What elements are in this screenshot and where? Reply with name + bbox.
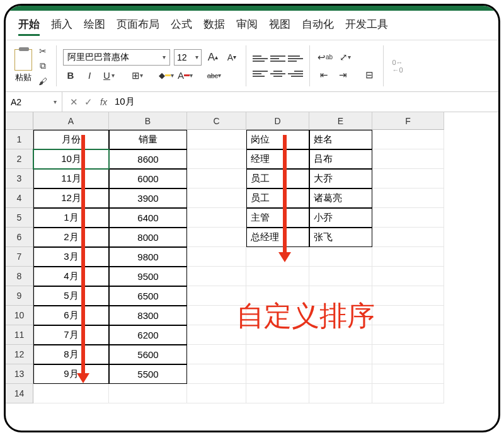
cell-C6[interactable]	[187, 228, 246, 247]
align-top-button[interactable]	[253, 52, 268, 65]
align-middle-button[interactable]	[270, 52, 285, 65]
cell-B6[interactable]: 8000	[109, 228, 187, 247]
cell-D12[interactable]	[246, 345, 309, 364]
cell-A12[interactable]: 8月	[33, 345, 109, 364]
cell-F13[interactable]	[372, 364, 444, 384]
select-all-corner[interactable]	[6, 112, 33, 130]
confirm-formula-button[interactable]: ✓	[84, 96, 93, 108]
row-header-14[interactable]: 14	[6, 384, 33, 403]
row-header-2[interactable]: 2	[6, 149, 33, 169]
cell-E12[interactable]	[309, 345, 372, 364]
cell-A5[interactable]: 1月	[33, 208, 109, 228]
cancel-formula-button[interactable]: ✕	[70, 96, 78, 108]
cell-C3[interactable]	[187, 169, 246, 188]
increase-indent-button[interactable]: ⇥	[335, 67, 350, 83]
italic-button[interactable]: I	[82, 68, 97, 83]
name-box[interactable]: A2 ▾	[6, 92, 62, 112]
column-header-E[interactable]: E	[309, 112, 372, 130]
cell-B4[interactable]: 3900	[109, 188, 187, 208]
cell-F2[interactable]	[372, 149, 444, 169]
fill-color-button[interactable]: ◆ ▾	[159, 68, 174, 83]
merge-button[interactable]: ⊟	[362, 67, 377, 83]
cell-D7[interactable]	[246, 247, 309, 267]
cell-D5[interactable]: 主管	[246, 208, 309, 228]
cell-A10[interactable]: 6月	[33, 306, 109, 325]
cell-D4[interactable]: 员工	[246, 188, 309, 208]
cell-C1[interactable]	[187, 130, 246, 149]
cell-E13[interactable]	[309, 364, 372, 384]
cell-F4[interactable]	[372, 188, 444, 208]
cell-C12[interactable]	[187, 345, 246, 364]
wrap-text-button[interactable]: ↩ab	[316, 50, 334, 65]
cell-C4[interactable]	[187, 188, 246, 208]
cell-F14[interactable]	[372, 384, 444, 403]
cell-A3[interactable]: 11月	[33, 169, 109, 188]
row-header-10[interactable]: 10	[6, 306, 33, 325]
cell-B14[interactable]	[109, 384, 187, 403]
cell-D1[interactable]: 岗位	[246, 130, 309, 149]
cell-D14[interactable]	[246, 384, 309, 403]
cell-B10[interactable]: 8300	[109, 306, 187, 325]
cell-E2[interactable]: 吕布	[309, 149, 372, 169]
menu-tab-0[interactable]: 开始	[18, 17, 40, 36]
cell-B2[interactable]: 8600	[109, 149, 187, 169]
row-header-9[interactable]: 9	[6, 286, 33, 306]
increase-font-button[interactable]: A▴	[205, 50, 220, 65]
menu-tab-7[interactable]: 视图	[269, 17, 290, 36]
cell-B5[interactable]: 6400	[109, 208, 187, 228]
cell-C8[interactable]	[187, 267, 246, 286]
row-header-4[interactable]: 4	[6, 188, 33, 208]
cell-A6[interactable]: 2月	[33, 228, 109, 247]
cell-B13[interactable]: 5500	[109, 364, 187, 384]
cell-F5[interactable]	[372, 208, 444, 228]
underline-button[interactable]: U▾	[101, 68, 116, 83]
cell-D2[interactable]: 经理	[246, 149, 309, 169]
row-header-6[interactable]: 6	[6, 228, 33, 247]
cell-C2[interactable]	[187, 149, 246, 169]
column-header-B[interactable]: B	[109, 112, 187, 130]
cut-button[interactable]: ✂	[36, 45, 50, 57]
cell-A13[interactable]: 9月	[33, 364, 109, 384]
cell-A8[interactable]: 4月	[33, 267, 109, 286]
cell-A9[interactable]: 5月	[33, 286, 109, 306]
row-header-8[interactable]: 8	[6, 267, 33, 286]
column-header-F[interactable]: F	[372, 112, 444, 130]
cell-B11[interactable]: 6200	[109, 325, 187, 345]
align-right-button[interactable]	[288, 67, 303, 80]
column-header-D[interactable]: D	[246, 112, 309, 130]
cell-A7[interactable]: 3月	[33, 247, 109, 267]
decrease-font-button[interactable]: A▾	[224, 50, 239, 65]
paste-button[interactable]: 粘贴	[14, 49, 32, 83]
menu-tab-9[interactable]: 开发工具	[345, 17, 388, 36]
cell-B3[interactable]: 6000	[109, 169, 187, 188]
decrease-indent-button[interactable]: ⇤	[316, 67, 331, 83]
cell-F3[interactable]	[372, 169, 444, 188]
format-painter-button[interactable]: 🖌	[36, 76, 50, 87]
menu-tab-2[interactable]: 绘图	[84, 17, 105, 36]
cell-A11[interactable]: 7月	[33, 325, 109, 345]
cell-A4[interactable]: 12月	[33, 188, 109, 208]
cell-F11[interactable]	[372, 325, 444, 345]
menu-tab-5[interactable]: 数据	[203, 17, 225, 36]
cell-E1[interactable]: 姓名	[309, 130, 372, 149]
more-button[interactable]: 0↔←0	[390, 59, 405, 74]
menu-tab-3[interactable]: 页面布局	[117, 17, 159, 36]
cell-E8[interactable]	[309, 267, 372, 286]
bold-button[interactable]: B	[63, 68, 78, 83]
row-header-12[interactable]: 12	[6, 345, 33, 364]
cell-F8[interactable]	[372, 267, 444, 286]
cell-E4[interactable]: 诸葛亮	[309, 188, 372, 208]
font-color-button[interactable]: A ▾	[178, 68, 193, 83]
row-header-11[interactable]: 11	[6, 325, 33, 345]
font-name-select[interactable]: 阿里巴巴普惠体 ▾	[63, 49, 170, 66]
cell-F9[interactable]	[372, 286, 444, 306]
cell-F7[interactable]	[372, 247, 444, 267]
cell-E14[interactable]	[309, 384, 372, 403]
row-header-1[interactable]: 1	[6, 130, 33, 149]
cell-F1[interactable]	[372, 130, 444, 149]
column-header-A[interactable]: A	[33, 112, 109, 130]
cell-C14[interactable]	[187, 384, 246, 403]
row-header-5[interactable]: 5	[6, 208, 33, 228]
border-button[interactable]: ⊞▾	[130, 68, 145, 83]
align-left-button[interactable]	[253, 67, 268, 80]
